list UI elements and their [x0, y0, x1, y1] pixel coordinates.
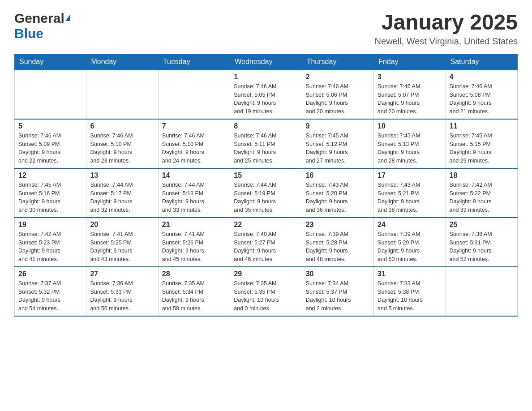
- day-info: Sunrise: 7:45 AM Sunset: 5:16 PM Dayligh…: [18, 181, 82, 214]
- day-info: Sunrise: 7:37 AM Sunset: 5:32 PM Dayligh…: [18, 279, 82, 313]
- calendar-cell: 20Sunrise: 7:41 AM Sunset: 5:25 PM Dayli…: [86, 218, 158, 267]
- day-info: Sunrise: 7:46 AM Sunset: 5:08 PM Dayligh…: [450, 82, 514, 116]
- calendar-cell: 30Sunrise: 7:34 AM Sunset: 5:37 PM Dayli…: [302, 267, 373, 316]
- day-number: 19: [18, 221, 82, 229]
- weekday-header-wednesday: Wednesday: [230, 54, 302, 70]
- day-info: Sunrise: 7:42 AM Sunset: 5:22 PM Dayligh…: [450, 181, 514, 214]
- day-number: 21: [162, 221, 226, 229]
- calendar-cell: 12Sunrise: 7:45 AM Sunset: 5:16 PM Dayli…: [15, 168, 86, 218]
- weekday-header-row: SundayMondayTuesdayWednesdayThursdayFrid…: [15, 54, 518, 70]
- logo-arrow-icon: [65, 14, 70, 21]
- day-info: Sunrise: 7:38 AM Sunset: 5:31 PM Dayligh…: [450, 230, 514, 264]
- calendar-week-row: 12Sunrise: 7:45 AM Sunset: 5:16 PM Dayli…: [15, 168, 518, 218]
- day-number: 29: [234, 270, 298, 278]
- day-number: 12: [18, 171, 82, 180]
- day-number: 16: [306, 171, 370, 180]
- logo-blue-text: Blue: [14, 26, 43, 41]
- day-info: Sunrise: 7:40 AM Sunset: 5:27 PM Dayligh…: [234, 230, 298, 264]
- day-number: 24: [378, 221, 442, 229]
- weekday-header-tuesday: Tuesday: [158, 54, 230, 70]
- calendar-cell: 1Sunrise: 7:46 AM Sunset: 5:05 PM Daylig…: [230, 70, 302, 119]
- day-info: Sunrise: 7:35 AM Sunset: 5:34 PM Dayligh…: [162, 279, 226, 313]
- day-info: Sunrise: 7:44 AM Sunset: 5:18 PM Dayligh…: [162, 181, 226, 214]
- calendar-cell: [86, 70, 158, 119]
- day-info: Sunrise: 7:35 AM Sunset: 5:35 PM Dayligh…: [234, 279, 298, 313]
- day-info: Sunrise: 7:45 AM Sunset: 5:12 PM Dayligh…: [306, 132, 370, 165]
- day-number: 15: [234, 171, 298, 180]
- calendar-cell: 27Sunrise: 7:36 AM Sunset: 5:33 PM Dayli…: [86, 267, 158, 316]
- day-number: 5: [18, 122, 82, 130]
- calendar-cell: 5Sunrise: 7:46 AM Sunset: 5:09 PM Daylig…: [15, 119, 86, 168]
- day-number: 22: [234, 221, 298, 229]
- day-info: Sunrise: 7:34 AM Sunset: 5:37 PM Dayligh…: [306, 279, 370, 313]
- calendar-cell: [15, 70, 86, 119]
- day-info: Sunrise: 7:43 AM Sunset: 5:20 PM Dayligh…: [306, 181, 370, 214]
- calendar-cell: 29Sunrise: 7:35 AM Sunset: 5:35 PM Dayli…: [230, 267, 302, 316]
- day-number: 20: [90, 221, 154, 229]
- day-info: Sunrise: 7:46 AM Sunset: 5:06 PM Dayligh…: [306, 82, 370, 116]
- calendar-cell: [446, 267, 517, 316]
- weekday-header-thursday: Thursday: [302, 54, 373, 70]
- page-header: General Blue January 2025 Newell, West V…: [14, 11, 518, 47]
- day-number: 6: [90, 122, 154, 130]
- day-info: Sunrise: 7:46 AM Sunset: 5:10 PM Dayligh…: [162, 132, 226, 165]
- day-number: 1: [234, 73, 298, 81]
- calendar-cell: [158, 70, 230, 119]
- day-info: Sunrise: 7:45 AM Sunset: 5:13 PM Dayligh…: [378, 132, 442, 165]
- day-info: Sunrise: 7:46 AM Sunset: 5:09 PM Dayligh…: [18, 132, 82, 165]
- calendar-cell: 13Sunrise: 7:44 AM Sunset: 5:17 PM Dayli…: [86, 168, 158, 218]
- day-number: 26: [18, 270, 82, 278]
- calendar-cell: 6Sunrise: 7:46 AM Sunset: 5:10 PM Daylig…: [86, 119, 158, 168]
- calendar-cell: 10Sunrise: 7:45 AM Sunset: 5:13 PM Dayli…: [374, 119, 446, 168]
- day-info: Sunrise: 7:46 AM Sunset: 5:07 PM Dayligh…: [378, 82, 442, 116]
- calendar-cell: 25Sunrise: 7:38 AM Sunset: 5:31 PM Dayli…: [446, 218, 517, 267]
- calendar-cell: 26Sunrise: 7:37 AM Sunset: 5:32 PM Dayli…: [15, 267, 86, 316]
- calendar-week-row: 5Sunrise: 7:46 AM Sunset: 5:09 PM Daylig…: [15, 119, 518, 168]
- calendar-cell: 16Sunrise: 7:43 AM Sunset: 5:20 PM Dayli…: [302, 168, 373, 218]
- calendar-cell: 7Sunrise: 7:46 AM Sunset: 5:10 PM Daylig…: [158, 119, 230, 168]
- calendar-cell: 8Sunrise: 7:46 AM Sunset: 5:11 PM Daylig…: [230, 119, 302, 168]
- day-info: Sunrise: 7:36 AM Sunset: 5:33 PM Dayligh…: [90, 279, 154, 313]
- day-number: 13: [90, 171, 154, 180]
- day-info: Sunrise: 7:41 AM Sunset: 5:25 PM Dayligh…: [90, 230, 154, 264]
- day-info: Sunrise: 7:39 AM Sunset: 5:29 PM Dayligh…: [378, 230, 442, 264]
- calendar-week-row: 26Sunrise: 7:37 AM Sunset: 5:32 PM Dayli…: [15, 267, 518, 316]
- day-number: 23: [306, 221, 370, 229]
- day-number: 17: [378, 171, 442, 180]
- logo: General Blue: [14, 11, 70, 41]
- day-number: 9: [306, 122, 370, 130]
- weekday-header-friday: Friday: [374, 54, 446, 70]
- calendar-cell: 22Sunrise: 7:40 AM Sunset: 5:27 PM Dayli…: [230, 218, 302, 267]
- day-number: 11: [450, 122, 514, 130]
- day-number: 30: [306, 270, 370, 278]
- day-info: Sunrise: 7:41 AM Sunset: 5:26 PM Dayligh…: [162, 230, 226, 264]
- logo-general-text: General: [14, 11, 64, 26]
- day-number: 27: [90, 270, 154, 278]
- calendar-cell: 3Sunrise: 7:46 AM Sunset: 5:07 PM Daylig…: [374, 70, 446, 119]
- day-info: Sunrise: 7:44 AM Sunset: 5:17 PM Dayligh…: [90, 181, 154, 214]
- day-number: 31: [378, 270, 442, 278]
- calendar-cell: 15Sunrise: 7:44 AM Sunset: 5:19 PM Dayli…: [230, 168, 302, 218]
- day-number: 28: [162, 270, 226, 278]
- day-info: Sunrise: 7:45 AM Sunset: 5:15 PM Dayligh…: [450, 132, 514, 165]
- calendar-cell: 21Sunrise: 7:41 AM Sunset: 5:26 PM Dayli…: [158, 218, 230, 267]
- day-info: Sunrise: 7:43 AM Sunset: 5:21 PM Dayligh…: [378, 181, 442, 214]
- day-number: 7: [162, 122, 226, 130]
- weekday-header-monday: Monday: [86, 54, 158, 70]
- calendar-cell: 11Sunrise: 7:45 AM Sunset: 5:15 PM Dayli…: [446, 119, 517, 168]
- calendar-table: SundayMondayTuesdayWednesdayThursdayFrid…: [14, 54, 518, 317]
- calendar-cell: 19Sunrise: 7:42 AM Sunset: 5:23 PM Dayli…: [15, 218, 86, 267]
- calendar-cell: 17Sunrise: 7:43 AM Sunset: 5:21 PM Dayli…: [374, 168, 446, 218]
- day-info: Sunrise: 7:39 AM Sunset: 5:28 PM Dayligh…: [306, 230, 370, 264]
- day-info: Sunrise: 7:42 AM Sunset: 5:23 PM Dayligh…: [18, 230, 82, 264]
- calendar-cell: 4Sunrise: 7:46 AM Sunset: 5:08 PM Daylig…: [446, 70, 517, 119]
- day-number: 3: [378, 73, 442, 81]
- day-number: 2: [306, 73, 370, 81]
- calendar-cell: 24Sunrise: 7:39 AM Sunset: 5:29 PM Dayli…: [374, 218, 446, 267]
- day-number: 10: [378, 122, 442, 130]
- day-number: 25: [450, 221, 514, 229]
- day-info: Sunrise: 7:44 AM Sunset: 5:19 PM Dayligh…: [234, 181, 298, 214]
- calendar-week-row: 1Sunrise: 7:46 AM Sunset: 5:05 PM Daylig…: [15, 70, 518, 119]
- calendar-week-row: 19Sunrise: 7:42 AM Sunset: 5:23 PM Dayli…: [15, 218, 518, 267]
- weekday-header-sunday: Sunday: [15, 54, 86, 70]
